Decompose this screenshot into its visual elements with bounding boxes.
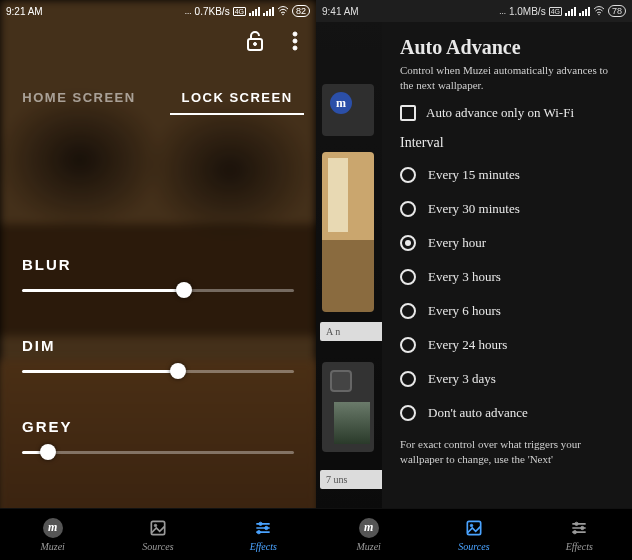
wifi-icon — [277, 6, 289, 16]
nav-effects-label: Effects — [250, 541, 277, 552]
interval-option-1h[interactable]: Every hour — [400, 227, 616, 259]
muzei-logo-icon: m — [359, 518, 379, 538]
interval-option-6h[interactable]: Every 6 hours — [400, 295, 616, 327]
option-label: Every 6 hours — [428, 303, 501, 319]
status-net-speed: 0.7KB/s — [195, 6, 230, 17]
interval-option-3h[interactable]: Every 3 hours — [400, 261, 616, 293]
sources-icon — [464, 518, 484, 538]
radio-icon — [400, 167, 416, 183]
panel-title: Auto Advance — [400, 36, 616, 59]
svg-point-15 — [581, 526, 584, 529]
muzei-logo-icon: m — [330, 92, 352, 114]
auto-advance-panel: Auto Advance Control when Muzei automati… — [382, 22, 632, 508]
option-label: Every 3 days — [428, 371, 496, 387]
effects-tabs: HOME SCREEN LOCK SCREEN — [0, 80, 316, 117]
svg-point-13 — [470, 524, 473, 527]
dim-label: DIM — [22, 337, 294, 354]
option-label: Every 15 minutes — [428, 167, 520, 183]
option-label: Every hour — [428, 235, 486, 251]
wifi-only-label: Auto advance only on Wi-Fi — [426, 105, 574, 121]
source-card — [322, 152, 374, 312]
radio-icon — [400, 337, 416, 353]
signal-icon — [249, 7, 260, 16]
svg-point-16 — [573, 530, 576, 533]
effects-icon — [569, 518, 589, 538]
status-bar: 9:41 AM ... 1.0MB/s 4G 78 — [316, 0, 632, 22]
status-net-label: 4G — [549, 7, 562, 16]
battery-icon: 82 — [292, 5, 310, 17]
tab-lock-screen[interactable]: LOCK SCREEN — [158, 80, 316, 117]
nav-effects-label: Effects — [566, 541, 593, 552]
signal-icon-2 — [263, 7, 274, 16]
dim-slider[interactable] — [22, 362, 294, 380]
status-net-speed: 1.0MB/s — [509, 6, 546, 17]
interval-option-24h[interactable]: Every 24 hours — [400, 329, 616, 361]
status-indicator: ... — [185, 6, 192, 16]
wifi-icon — [593, 6, 605, 16]
tab-home-screen[interactable]: HOME SCREEN — [0, 80, 158, 117]
muzei-logo-icon: m — [43, 518, 63, 538]
interval-option-never[interactable]: Don't auto advance — [400, 397, 616, 429]
grey-label: GREY — [22, 418, 294, 435]
radio-icon — [400, 269, 416, 285]
radio-icon — [400, 201, 416, 217]
panel-subtitle: Control when Muzei automatically advance… — [400, 63, 616, 93]
interval-option-3d[interactable]: Every 3 days — [400, 363, 616, 395]
status-time: 9:21 AM — [6, 6, 43, 17]
sources-icon — [148, 518, 168, 538]
svg-point-8 — [259, 522, 262, 525]
source-card: m — [322, 84, 374, 136]
unlock-icon[interactable] — [244, 30, 266, 52]
phone-effects: 9:21 AM ... 0.7KB/s 4G 82 HOME SCREEN LO… — [0, 0, 316, 560]
nav-muzei[interactable]: m Muzei — [316, 509, 421, 560]
nav-sources[interactable]: Sources — [421, 509, 526, 560]
interval-section-label: Interval — [400, 135, 616, 151]
status-indicator: ... — [499, 6, 506, 16]
battery-icon: 78 — [608, 5, 626, 17]
status-bar: 9:21 AM ... 0.7KB/s 4G 82 — [0, 0, 316, 22]
more-vert-icon[interactable] — [284, 30, 306, 52]
bottom-nav: m Muzei Sources Effects — [316, 508, 632, 560]
source-card — [322, 362, 374, 452]
effects-controls: BLUR DIM GREY — [22, 256, 294, 465]
nav-sources-label: Sources — [458, 541, 489, 552]
effects-icon — [253, 518, 273, 538]
control-grey: GREY — [22, 418, 294, 465]
source-caption: A n — [320, 322, 382, 341]
checkbox-icon — [400, 105, 416, 121]
radio-icon — [400, 235, 416, 251]
interval-option-30m[interactable]: Every 30 minutes — [400, 193, 616, 225]
wifi-only-checkbox[interactable]: Auto advance only on Wi-Fi — [400, 105, 616, 121]
svg-point-2 — [254, 43, 257, 46]
svg-point-3 — [293, 32, 297, 36]
nav-sources[interactable]: Sources — [105, 509, 210, 560]
interval-option-15m[interactable]: Every 15 minutes — [400, 159, 616, 191]
blur-slider[interactable] — [22, 281, 294, 299]
svg-point-14 — [575, 522, 578, 525]
nav-muzei[interactable]: m Muzei — [0, 509, 105, 560]
control-dim: DIM — [22, 337, 294, 384]
nav-effects[interactable]: Effects — [527, 509, 632, 560]
control-blur: BLUR — [22, 256, 294, 303]
nav-muzei-label: Muzei — [40, 541, 64, 552]
signal-icon-2 — [579, 7, 590, 16]
svg-point-0 — [282, 14, 284, 16]
panel-note: For exact control over what triggers you… — [400, 437, 616, 467]
phone-auto-advance: 9:41 AM ... 1.0MB/s 4G 78 m A n 7 uns Au… — [316, 0, 632, 560]
option-label: Every 3 hours — [428, 269, 501, 285]
option-label: Don't auto advance — [428, 405, 528, 421]
option-label: Every 30 minutes — [428, 201, 520, 217]
background-sources-dimmed: m A n 7 uns — [316, 22, 382, 508]
svg-point-11 — [598, 14, 600, 16]
status-time: 9:41 AM — [322, 6, 359, 17]
radio-icon — [400, 303, 416, 319]
nav-effects[interactable]: Effects — [211, 509, 316, 560]
svg-point-7 — [154, 524, 157, 527]
radio-icon — [400, 405, 416, 421]
option-label: Every 24 hours — [428, 337, 507, 353]
status-net-label: 4G — [233, 7, 246, 16]
svg-point-4 — [293, 39, 297, 43]
blur-label: BLUR — [22, 256, 294, 273]
svg-point-10 — [257, 530, 260, 533]
grey-slider[interactable] — [22, 443, 294, 461]
